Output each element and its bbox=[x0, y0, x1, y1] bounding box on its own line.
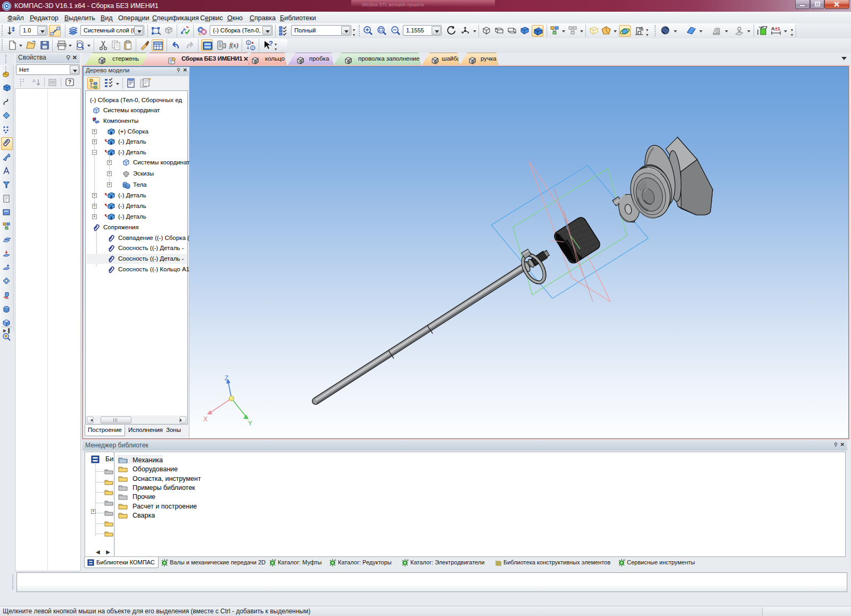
svg-text:X: X bbox=[203, 415, 208, 423]
svg-text:1: 1 bbox=[247, 41, 250, 45]
svg-text:?: ? bbox=[68, 79, 71, 85]
svg-text:А: А bbox=[32, 78, 36, 84]
svg-text:?: ? bbox=[269, 39, 273, 47]
svg-text:2: 2 bbox=[252, 46, 254, 50]
svg-text:±1: ±1 bbox=[775, 26, 780, 31]
svg-text:Z: Z bbox=[225, 374, 228, 382]
svg-text:f(x): f(x) bbox=[229, 41, 238, 49]
svg-text:A: A bbox=[771, 26, 775, 31]
svg-text:Y: Y bbox=[248, 420, 252, 427]
